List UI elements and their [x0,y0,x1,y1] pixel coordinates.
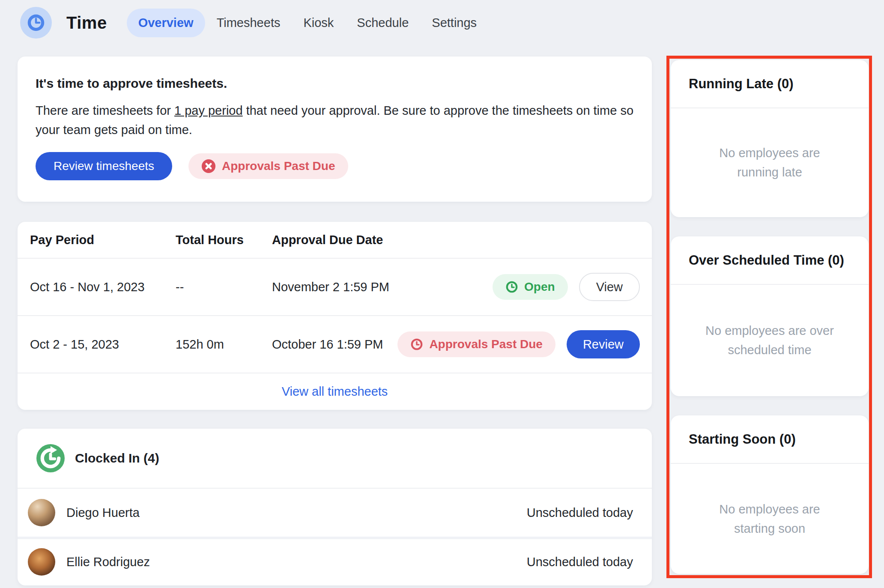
view-all-timesheets-link[interactable]: View all timesheets [282,385,388,399]
total-hours-cell: 152h 0m [176,337,272,352]
tab-kiosk[interactable]: Kiosk [292,9,345,37]
banner-text-before-link: There are timesheets for [36,104,174,117]
starting-soon-card: Starting Soon (0) No employees are start… [671,415,869,574]
clock-icon [410,338,423,351]
clocked-in-card: Clocked In (4) Diego Huerta Unscheduled … [18,429,652,585]
running-late-header: Running Late (0) [671,60,869,108]
top-navigation-bar: Time Overview Timesheets Kiosk Schedule … [0,0,884,45]
pay-period-link[interactable]: 1 pay period [174,104,243,117]
clock-icon [27,13,45,32]
starting-soon-empty-state: No employees are starting soon [671,464,869,574]
time-dashboard-page: Time Overview Timesheets Kiosk Schedule … [0,0,884,588]
pay-periods-table-card: Pay Period Total Hours Approval Due Date… [18,222,652,410]
past-due-status-label: Approvals Past Due [429,337,543,351]
approval-banner-card: It's time to approve timesheets. There a… [18,57,652,202]
employee-avatar [28,499,55,526]
tab-settings[interactable]: Settings [420,9,488,37]
clocked-in-icon [36,444,65,472]
over-scheduled-time-card: Over Scheduled Time (0) No employees are… [671,236,869,396]
approval-banner-body: There are timesheets for 1 pay period th… [36,101,634,140]
clock-icon [505,281,518,293]
over-scheduled-empty-state: No employees are over scheduled time [671,285,869,396]
approvals-past-due-badge: Approvals Past Due [188,153,348,179]
employee-row: Diego Huerta Unscheduled today [18,489,652,537]
approval-banner-actions: Review timesheets Approvals Past Due [36,152,634,180]
over-scheduled-header: Over Scheduled Time (0) [671,236,869,285]
table-row: Oct 2 - 15, 2023 152h 0m October 16 1:59… [18,316,652,373]
employee-avatar [28,548,55,576]
past-due-status-badge: Approvals Past Due [397,331,555,357]
tab-overview[interactable]: Overview [127,9,205,37]
employee-schedule-status: Unscheduled today [527,506,633,520]
over-scheduled-title: Over Scheduled Time (0) [689,253,844,268]
open-status-label: Open [524,280,555,294]
clocked-in-title: Clocked In (4) [75,451,159,466]
approval-due-date-cell: November 2 1:59 PM [272,280,493,294]
past-due-badge-label: Approvals Past Due [222,159,335,173]
running-late-empty-text: No employees are running late [703,143,836,182]
approval-due-date-cell: October 16 1:59 PM [272,337,397,352]
table-header-row: Pay Period Total Hours Approval Due Date [18,222,652,259]
row-status-and-action: Approvals Past Due Review [397,330,640,358]
row-status-and-action: Open View [493,273,640,301]
starting-soon-title: Starting Soon (0) [689,432,796,447]
total-hours-cell: -- [176,280,272,294]
table-footer: View all timesheets [18,373,652,410]
table-row: Oct 16 - Nov 1, 2023 -- November 2 1:59 … [18,259,652,316]
employee-name: Ellie Rodriguez [66,555,150,569]
employee-row: Ellie Rodriguez Unscheduled today [18,537,652,585]
tab-timesheets[interactable]: Timesheets [205,9,292,37]
open-status-badge: Open [493,274,568,300]
column-header-total-hours: Total Hours [176,233,272,247]
employee-name: Diego Huerta [66,506,140,520]
starting-soon-empty-text: No employees are starting soon [703,500,836,538]
running-late-empty-state: No employees are running late [671,108,869,217]
column-header-pay-period: Pay Period [30,233,176,247]
approval-banner-heading: It's time to approve timesheets. [36,76,634,91]
running-late-title: Running Late (0) [689,76,794,92]
pay-period-cell: Oct 16 - Nov 1, 2023 [30,280,176,294]
review-button[interactable]: Review [567,330,640,358]
status-sidebar: Running Late (0) No employees are runnin… [671,60,869,574]
pay-period-cell: Oct 2 - 15, 2023 [30,337,176,352]
tab-bar: Overview Timesheets Kiosk Schedule Setti… [127,9,488,37]
over-scheduled-empty-text: No employees are over scheduled time [703,321,836,360]
view-button[interactable]: View [579,273,640,301]
review-timesheets-button[interactable]: Review timesheets [36,152,172,180]
column-header-approval-due-date: Approval Due Date [272,233,640,247]
employee-schedule-status: Unscheduled today [527,555,633,569]
page-title: Time [66,13,107,33]
x-circle-icon [201,159,216,173]
main-content: It's time to approve timesheets. There a… [18,57,652,585]
clocked-in-header: Clocked In (4) [18,429,652,489]
time-app-icon [20,7,52,39]
running-late-card: Running Late (0) No employees are runnin… [671,60,869,217]
tab-schedule[interactable]: Schedule [345,9,420,37]
starting-soon-header: Starting Soon (0) [671,415,869,464]
